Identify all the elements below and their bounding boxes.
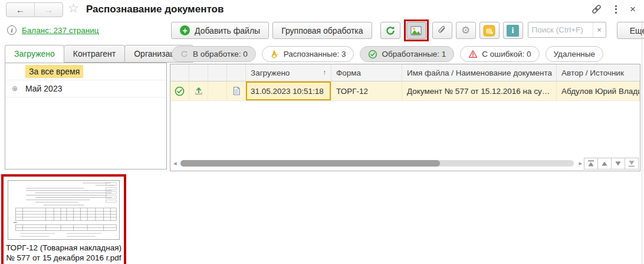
note-icon xyxy=(483,25,495,37)
row-navigation-buttons xyxy=(584,158,639,170)
tab-loaded[interactable]: Загружено xyxy=(5,45,64,63)
upload-cell[interactable] xyxy=(189,82,208,100)
filter-in-processing[interactable]: В обработке: 0 xyxy=(172,46,256,62)
info-square-icon: i xyxy=(507,25,519,37)
check-circle-icon xyxy=(368,50,377,59)
col-author[interactable]: Автор / Источник xyxy=(557,64,640,81)
attachments-button[interactable] xyxy=(432,22,452,39)
add-files-label: Добавить файлы xyxy=(195,26,260,35)
focused-cell: 31.05.2023 10:51:18 xyxy=(246,82,331,100)
title-bar: ← → ☆ Распознавание документов × xyxy=(0,0,644,19)
col-status[interactable] xyxy=(170,64,189,81)
refresh-icon xyxy=(385,25,396,36)
balance-row: i Баланс: 237 страниц xyxy=(7,25,98,35)
sort-asc-icon: ↑ xyxy=(323,69,326,77)
error-triangle-icon xyxy=(468,50,478,58)
go-up-button[interactable] xyxy=(597,158,612,170)
more-menu-icon[interactable] xyxy=(614,4,618,15)
scroll-left-icon[interactable]: ◂ xyxy=(173,160,177,167)
refresh-icon xyxy=(180,50,189,58)
back-icon: ← xyxy=(16,5,25,15)
page-title: Распознавание документов xyxy=(86,4,224,15)
status-cell[interactable] xyxy=(170,82,189,100)
balance-link[interactable]: Баланс: 237 страниц xyxy=(22,26,98,35)
form-cell[interactable]: ТОРГ-12 xyxy=(331,82,402,100)
col-form[interactable]: Форма xyxy=(331,64,402,81)
author-cell[interactable]: Абдулов Юрий Влади… xyxy=(557,82,640,100)
go-last-button[interactable] xyxy=(625,158,639,170)
col-flag[interactable] xyxy=(208,64,227,81)
scroll-right-icon[interactable]: ▸ xyxy=(579,160,582,167)
information-button[interactable]: i xyxy=(503,22,523,39)
tree-root-label: За все время xyxy=(25,65,83,78)
filename-cell[interactable]: Документ № 577 от 15.12.2016 на су… xyxy=(402,82,557,100)
expand-icon[interactable]: ⊕ xyxy=(12,84,18,93)
tree-item-label: Май 2023 xyxy=(25,84,62,93)
check-circle-icon xyxy=(175,86,185,96)
link-icon[interactable] xyxy=(591,4,602,15)
group-processing-button[interactable]: Групповая обработка xyxy=(272,22,372,39)
search-clear-icon[interactable]: × xyxy=(593,22,606,37)
col-upload[interactable] xyxy=(189,64,208,81)
tree-row-may-2023[interactable]: ⊕ Май 2023 xyxy=(5,80,166,97)
history-nav-group: ← → xyxy=(6,2,63,17)
search-box: × xyxy=(528,22,606,38)
more-button[interactable]: Еще ▾ xyxy=(617,22,644,39)
settings-button[interactable]: ⚙ xyxy=(456,22,476,39)
scrollbar-track[interactable] xyxy=(180,160,574,167)
thumbnail-caption-line2: № 577 от 15 декабря 2016 г.pdf xyxy=(4,253,124,263)
window-right-border xyxy=(642,20,642,264)
filter-processed[interactable]: Обработанные: 1 xyxy=(360,46,454,62)
notes-button[interactable] xyxy=(479,22,500,39)
flag-cell[interactable] xyxy=(208,82,227,100)
forward-button[interactable]: → xyxy=(35,3,63,17)
search-input[interactable] xyxy=(528,22,593,37)
close-icon[interactable]: × xyxy=(630,4,636,14)
annotation-box-image-button xyxy=(404,19,429,41)
refresh-button[interactable] xyxy=(380,22,400,39)
col-doc[interactable] xyxy=(227,64,246,81)
table-row[interactable]: 31.05.2023 10:51:18 ТОРГ-12 Документ № 5… xyxy=(170,82,640,101)
add-files-button[interactable]: + Добавить файлы xyxy=(171,22,269,39)
gear-icon: ⚙ xyxy=(461,25,470,35)
table-header: Загружено ↑ Форма Имя файла / Наименован… xyxy=(170,64,640,82)
go-down-button[interactable] xyxy=(611,158,625,170)
col-filename[interactable]: Имя файла / Наименование документа xyxy=(402,64,557,81)
doc-cell[interactable] xyxy=(227,82,246,100)
annotation-box-document-thumbnail[interactable]: ТОРГ-12 (Товарная накладная) № 577 от 15… xyxy=(1,174,126,264)
horizontal-scroll-strip: ◂ ▸ xyxy=(170,157,640,171)
go-first-button[interactable] xyxy=(584,158,598,170)
document-preview-thumbnail[interactable] xyxy=(8,180,120,240)
filter-deleted[interactable]: Удаленные xyxy=(546,46,603,62)
document-icon xyxy=(232,86,241,96)
paperclip-icon xyxy=(438,25,446,35)
status-filters: В обработке: 0 Распознанные: 3 Обработан… xyxy=(172,46,603,62)
tree-row-all-time[interactable]: За все время xyxy=(5,63,166,80)
documents-table: Загружено ↑ Форма Имя файла / Наименован… xyxy=(170,64,640,171)
col-loaded[interactable]: Загружено ↑ xyxy=(246,64,331,81)
back-button[interactable]: ← xyxy=(6,3,35,17)
group-processing-label: Групповая обработка xyxy=(281,26,363,35)
show-image-button[interactable] xyxy=(406,22,426,39)
forward-icon: → xyxy=(44,5,53,15)
toolbar: + Добавить файлы Групповая обработка xyxy=(171,22,644,39)
filter-with-errors[interactable]: С ошибкой: 0 xyxy=(460,46,539,62)
recognize-a-icon xyxy=(270,50,280,59)
loaded-cell[interactable]: 31.05.2023 10:51:18 xyxy=(246,82,331,100)
thumbnail-caption-line1: ТОРГ-12 (Товарная накладная) xyxy=(4,243,124,253)
upload-icon xyxy=(194,86,203,96)
image-icon xyxy=(410,26,422,35)
tab-counterparty[interactable]: Контрагент xyxy=(64,45,125,63)
info-icon: i xyxy=(7,25,17,35)
filter-recognized[interactable]: Распознанные: 3 xyxy=(262,46,354,62)
scrollbar-thumb[interactable] xyxy=(180,160,440,167)
plus-icon: + xyxy=(180,25,190,35)
period-tree-panel: За все время ⊕ Май 2023 xyxy=(5,63,167,170)
left-tabs: Загружено Контрагент Организация xyxy=(5,45,193,63)
favorite-star-icon[interactable]: ☆ xyxy=(68,1,79,15)
